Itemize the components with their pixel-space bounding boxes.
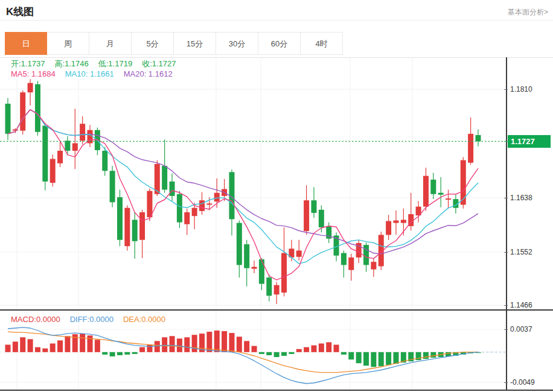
macd-legend-item: MACD:0.0000 [11, 315, 60, 324]
ohlc-legend: 开:1.1737高:1.1746低:1.1719收:1.1727 [11, 58, 186, 69]
tab-2-月[interactable]: 月 [89, 32, 132, 55]
ohlc-legend-item: 低:1.1719 [98, 59, 132, 68]
pane-separator [0, 309, 553, 311]
tab-6-60分[interactable]: 60分 [258, 32, 301, 55]
axis-tick [504, 305, 508, 306]
ohlc-legend-item: 高:1.1746 [54, 59, 88, 68]
macd-legend-item: DIFF:0.0000 [70, 315, 113, 324]
candles [5, 79, 481, 304]
axis-tick-label: 1.1810 [510, 85, 532, 93]
macd-legend: MACD:0.0000DIFF:0.0000DEA:0.0000 [11, 315, 175, 324]
ma-legend: MA5: 1.1684MA10: 1.1661MA20: 1.1612 [11, 69, 182, 78]
macd-legend-item: DEA:0.0000 [123, 315, 165, 324]
axis-tick [504, 329, 508, 330]
macd-histogram [5, 330, 481, 367]
axis-tick [504, 198, 508, 198]
axis-tick-label: -0.0049 [510, 378, 535, 387]
chart-top-border [0, 57, 553, 58]
axis-tick-label: 1.1466 [510, 301, 532, 309]
current-price-badge: 1.1727 [508, 135, 551, 148]
page-title: K线图 [6, 5, 34, 19]
ohlc-legend-item: 收:1.1727 [142, 59, 176, 68]
axis-tick [504, 382, 508, 383]
axis-tick-label: 1.1638 [510, 194, 532, 202]
header-divider [0, 20, 553, 21]
fundamental-analysis-link[interactable]: 基本面分析> [508, 7, 548, 17]
tab-5-30分[interactable]: 30分 [216, 32, 258, 55]
period-tab-bar: 日周月5分15分30分60分4时 [5, 32, 343, 55]
ma-legend-item: MA5: 1.1684 [11, 69, 56, 78]
tab-4-15分[interactable]: 15分 [174, 32, 216, 55]
tab-1-周[interactable]: 周 [47, 32, 89, 55]
ma-legend-item: MA20: 1.1612 [124, 69, 173, 78]
price-axis-line [506, 57, 507, 391]
chart-bottom-border [0, 390, 553, 391]
ma-legend-item: MA10: 1.1661 [65, 69, 114, 78]
axis-tick-label: 1.1552 [510, 248, 532, 256]
tab-7-4时[interactable]: 4时 [301, 32, 343, 55]
axis-tick [504, 252, 508, 253]
ohlc-legend-item: 开:1.1737 [11, 59, 45, 68]
axis-tick [504, 89, 508, 90]
tab-0-日[interactable]: 日 [5, 32, 47, 55]
tab-3-5分[interactable]: 5分 [132, 32, 174, 55]
axis-tick-label: 0.0037 [510, 325, 532, 334]
